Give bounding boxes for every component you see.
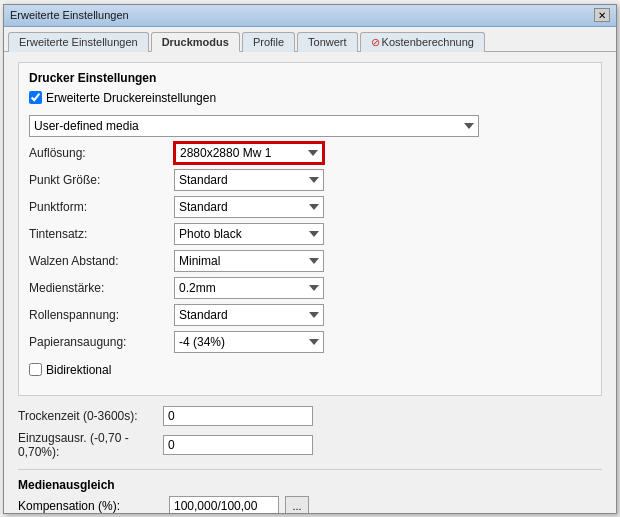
trocken-grid: Trockenzeit (0-3600s): Einzugsausr. (-0,… bbox=[18, 406, 602, 459]
trockenzeit-cell bbox=[163, 406, 602, 426]
medienstaerke-dropdown[interactable]: 0.2mm 0.3mm bbox=[174, 277, 324, 299]
punktform-label: Punktform: bbox=[29, 200, 174, 214]
tintensatz-cell: Photo black Matte black bbox=[174, 223, 591, 245]
content-area: Drucker Einstellungen Erweiterte Drucker… bbox=[4, 52, 616, 513]
checkbox-row: Erweiterte Druckereinstellungen bbox=[29, 91, 591, 105]
papieransaugung-cell: -4 (34%) -3 (40%) bbox=[174, 331, 591, 353]
tab-kostenberechnung[interactable]: ⊘Kostenberechnung bbox=[360, 32, 485, 52]
punkt-groesse-dropdown[interactable]: Standard bbox=[174, 169, 324, 191]
media-dropdown[interactable]: User-defined media bbox=[29, 115, 479, 137]
tab-tonwert[interactable]: Tonwert bbox=[297, 32, 358, 52]
separator bbox=[18, 469, 602, 470]
rollenspannung-dropdown[interactable]: Standard bbox=[174, 304, 324, 326]
einzugsausrichtung-label: Einzugsausr. (-0,70 - 0,70%): bbox=[18, 431, 163, 459]
kompensation-dots-button[interactable]: ... bbox=[285, 496, 309, 513]
main-window: Erweiterte Einstellungen ✕ Erweiterte Ei… bbox=[3, 4, 617, 514]
trockenzeit-input[interactable] bbox=[163, 406, 313, 426]
bidirektional-row: Bidirektional bbox=[29, 363, 591, 377]
tab-druckmodus[interactable]: Druckmodus bbox=[151, 32, 240, 52]
tab-profile[interactable]: Profile bbox=[242, 32, 295, 52]
drucker-einstellungen-group: Drucker Einstellungen Erweiterte Drucker… bbox=[18, 62, 602, 396]
bidirektional-label: Bidirektional bbox=[46, 363, 111, 377]
warning-icon: ⊘ bbox=[371, 36, 380, 48]
punktform-cell: Standard bbox=[174, 196, 591, 218]
window-title: Erweiterte Einstellungen bbox=[10, 9, 129, 21]
settings-grid: Auflösung: 2880x2880 Mw 1 1440x1440 720x… bbox=[29, 142, 591, 353]
aufloesung-cell: 2880x2880 Mw 1 1440x1440 720x720 bbox=[174, 142, 591, 164]
media-row: User-defined media bbox=[29, 115, 591, 137]
medienausgleich-title: Medienausgleich bbox=[18, 478, 602, 492]
erweiterte-druckereinstellungen-checkbox[interactable] bbox=[29, 91, 42, 104]
close-button[interactable]: ✕ bbox=[594, 8, 610, 22]
aufloesung-dropdown[interactable]: 2880x2880 Mw 1 1440x1440 720x720 bbox=[174, 142, 324, 164]
papieransaugung-dropdown[interactable]: -4 (34%) -3 (40%) bbox=[174, 331, 324, 353]
punktform-dropdown[interactable]: Standard bbox=[174, 196, 324, 218]
kompensation-input[interactable] bbox=[169, 496, 279, 513]
tab-erweiterte-einstellungen[interactable]: Erweiterte Einstellungen bbox=[8, 32, 149, 52]
checkbox-label: Erweiterte Druckereinstellungen bbox=[46, 91, 216, 105]
medienstaerke-label: Medienstärke: bbox=[29, 281, 174, 295]
bidirektional-checkbox[interactable] bbox=[29, 363, 42, 376]
drucker-einstellungen-title: Drucker Einstellungen bbox=[29, 71, 591, 85]
papieransaugung-label: Papieransaugung: bbox=[29, 335, 174, 349]
walzen-abstand-dropdown[interactable]: Minimal Standard bbox=[174, 250, 324, 272]
rollenspannung-cell: Standard bbox=[174, 304, 591, 326]
tabs-bar: Erweiterte Einstellungen Druckmodus Prof… bbox=[4, 27, 616, 52]
walzen-abstand-label: Walzen Abstand: bbox=[29, 254, 174, 268]
punkt-groesse-label: Punkt Größe: bbox=[29, 173, 174, 187]
tintensatz-label: Tintensatz: bbox=[29, 227, 174, 241]
einzugsausrichtung-cell bbox=[163, 435, 602, 455]
punkt-groesse-cell: Standard bbox=[174, 169, 591, 191]
aufloesung-label: Auflösung: bbox=[29, 146, 174, 160]
title-bar: Erweiterte Einstellungen ✕ bbox=[4, 5, 616, 27]
walzen-abstand-cell: Minimal Standard bbox=[174, 250, 591, 272]
kompensation-row: Kompensation (%): ... bbox=[18, 496, 602, 513]
rollenspannung-label: Rollenspannung: bbox=[29, 308, 174, 322]
medienausgleich-section: Medienausgleich Kompensation (%): ... bbox=[18, 478, 602, 513]
medienstaerke-cell: 0.2mm 0.3mm bbox=[174, 277, 591, 299]
einzugsausrichtung-input[interactable] bbox=[163, 435, 313, 455]
kompensation-label: Kompensation (%): bbox=[18, 499, 163, 513]
trockenzeit-label: Trockenzeit (0-3600s): bbox=[18, 409, 163, 423]
tintensatz-dropdown[interactable]: Photo black Matte black bbox=[174, 223, 324, 245]
